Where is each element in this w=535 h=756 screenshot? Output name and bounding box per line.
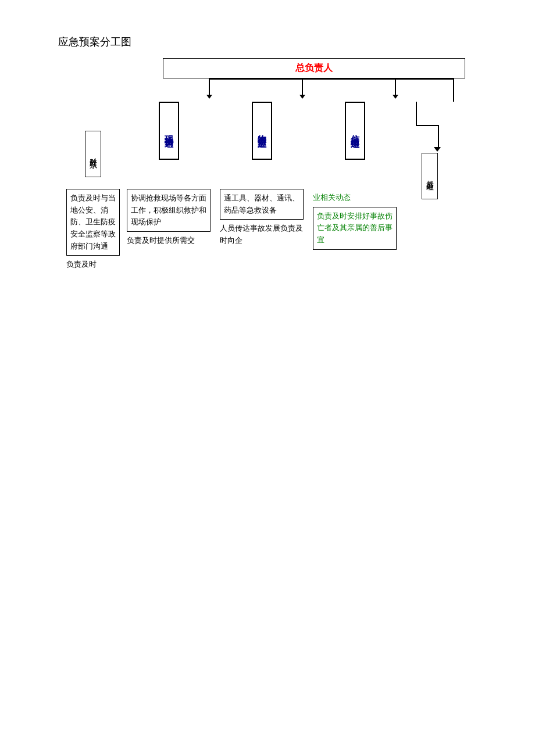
desc-xianchang: 协调抢救现场等各方面工作，积极组织救护和现场保护 负责及时提供所需交 [122, 189, 215, 250]
top-bar-label: 总负责人 [295, 63, 333, 73]
group-xinxi: 信息传递组 [308, 102, 401, 160]
xianchang-label: 现场协调组 [159, 102, 179, 160]
arrow-shanhou-wrapper [445, 78, 462, 102]
h-connector-line [209, 78, 454, 80]
page-title: 应急预案分工图 [58, 35, 500, 49]
desc-duiwai: 负责及时与当地公安、消防、卫生防疫安全监察等政府部门沟通 负责及时 [64, 189, 122, 274]
group-shanhou: 善后处理 [401, 102, 471, 166]
desc-duiwai-extra: 负责及时 [66, 256, 120, 274]
page-container: 应急预案分工图 总负责人 [0, 0, 535, 309]
shanhou-label: 善后处理 [422, 153, 438, 199]
desc-boxes-row: 负责及时与当地公安、消防、卫生防疫安全监察等政府部门沟通 负责及时 协调抢救现场… [64, 189, 494, 274]
desc-wuzi-box1: 通工具、器材、通讯、药品等急救设备 [220, 189, 304, 220]
arrow-xinxi [393, 78, 398, 99]
duiwai-label: 对外联系 [85, 131, 101, 177]
arrow-xianchang [206, 78, 212, 99]
group-wuzi: 物资供应组 [215, 102, 308, 160]
desc-xinxi-extra: 业相关动态 [313, 189, 397, 207]
group-xianchang: 现场协调组 [122, 102, 215, 160]
wuzi-label: 物资供应组 [252, 102, 272, 160]
arrow-wuzi [299, 78, 305, 99]
top-bar-row: 总负责人 [163, 58, 494, 78]
main-layout: 应急预案分工图 总负责人 [58, 35, 500, 274]
desc-xianchang-box: 协调抢救现场等各方面工作，积极组织救护和现场保护 [127, 189, 211, 232]
desc-duiwai-box: 负责及时与当地公安、消防、卫生防疫安全监察等政府部门沟通 [66, 189, 120, 256]
row-connector [163, 78, 465, 102]
desc-wuzi: 通工具、器材、通讯、药品等急救设备 人员传达事故发展负责及时向企 [215, 189, 308, 250]
xinxi-label: 信息传递组 [345, 102, 365, 160]
diagram: 总负责人 [64, 58, 494, 274]
desc-xinxi-shanhou: 业相关动态 负责及时安排好事故伤亡者及其亲属的善后事宜 [308, 189, 401, 250]
row-groups: 对外联系 现场协调组 物资供应组 信息传递组 [64, 102, 494, 177]
top-bar: 总负责人 [163, 58, 465, 78]
desc-xianchang-extra: 负责及时提供所需交 [127, 232, 211, 250]
group-duiwai: 对外联系 [64, 102, 122, 177]
desc-shanhou-box: 负责及时安排好事故伤亡者及其亲属的善后事宜 [313, 207, 397, 250]
desc-wuzi-extra: 人员传达事故发展负责及时向企 [220, 220, 304, 249]
